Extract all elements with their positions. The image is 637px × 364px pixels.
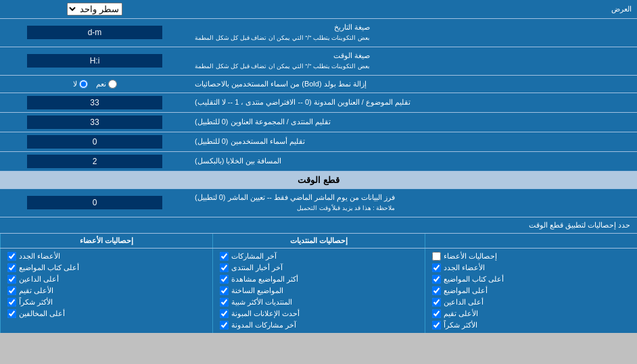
checkbox-item: آخر أخبار المنتدى (220, 263, 418, 272)
bold-yes-label[interactable]: نعم (96, 80, 117, 88)
checkbox-item: أعلى الداعين (432, 298, 630, 307)
forum-group-trim-input-cell (0, 113, 189, 132)
checkbox-item: الأكثر شكراً (432, 321, 630, 330)
checkbox-top-topic-writers[interactable] (432, 275, 441, 284)
bold-removal-label: إزالة نمط بولد (Bold) من اسماء المستخدمي… (189, 76, 637, 93)
checkbox-item: أعلى المخالفين (7, 309, 206, 318)
checkbox-item: آخر مشاركات المدونة (220, 321, 418, 330)
checkbox-top-topics[interactable] (432, 286, 441, 295)
username-trim-input[interactable] (27, 135, 162, 149)
checkbox-item: إحصاليات الأعضاء (432, 252, 630, 261)
checkbox-last-blog-posts[interactable] (220, 321, 229, 330)
checkbox-item: أعلى المواضيع (432, 286, 630, 295)
cell-spacing-input[interactable] (27, 155, 162, 168)
topic-title-trim-input-cell (0, 93, 189, 112)
checkbox-item: أعلى كتاب المواضيع (432, 275, 630, 284)
checkbox-top-callers[interactable] (432, 298, 441, 307)
date-format-row: صيغة التاريخبعض التكوينات يتطلب "/" التي… (0, 19, 637, 47)
checkbox-item: المنتديات الأكثر شبية (220, 298, 418, 307)
cut-time-row: فرز البيانات من يوم الماشر الماضي فقط --… (0, 189, 637, 217)
topic-title-trim-input[interactable] (27, 96, 162, 109)
limit-stats-row: حدد إحصاليات لتطبيق قطع الوقت (0, 217, 637, 234)
col2-header: إحصاليات المنتديات (212, 234, 425, 248)
topic-title-trim-label: تقليم الموضوع / العناوين المدونة (0 -- ا… (189, 93, 637, 112)
cut-time-section-header: قطع الوقت (0, 172, 637, 189)
bold-removal-row: إزالة نمط بولد (Bold) من اسماء المستخدمي… (0, 76, 637, 93)
cell-spacing-label: المسافة بين الخلايا (بالبكسل) (189, 152, 637, 171)
checkboxes-col2: آخر المشاركات آخر أخبار المنتدى أكثر الم… (212, 249, 425, 333)
checkbox-most-thanked-2[interactable] (7, 298, 16, 307)
time-format-input-cell (0, 47, 189, 75)
forum-group-trim-label: تقليم المنتدى / المجموعة العناوين (0 للت… (189, 113, 637, 132)
username-trim-row: تقليم أسماء المستخدمين (0 للتطبيل) (0, 132, 637, 152)
checkbox-item: الأعضاء الجدد (7, 252, 206, 261)
time-format-input[interactable] (27, 54, 162, 68)
date-format-input-cell (0, 19, 189, 47)
bold-no-label[interactable]: لا (73, 80, 88, 88)
time-format-row: صيغة الوقتبعض التكوينات يتطلب "/" التي ي… (0, 47, 637, 76)
username-trim-label: تقليم أسماء المستخدمين (0 للتطبيل) (189, 132, 637, 151)
checkbox-top-writers-2[interactable] (7, 263, 16, 272)
checkbox-top-violators[interactable] (7, 309, 16, 318)
checkbox-top-callers-2[interactable] (7, 275, 16, 284)
bold-yes-radio[interactable] (108, 80, 117, 88)
display-select-cell: سطر واحد سطرين ثلاثة أسطر (0, 0, 189, 18)
forum-group-trim-row: تقليم المنتدى / المجموعة العناوين (0 للت… (0, 113, 637, 132)
checkbox-most-viewed[interactable] (220, 275, 229, 284)
col3-header (425, 234, 637, 248)
cell-spacing-input-cell (0, 152, 189, 171)
cut-time-input[interactable] (27, 196, 162, 209)
checkbox-top-rated-2[interactable] (7, 286, 16, 295)
display-select[interactable]: سطر واحد سطرين ثلاثة أسطر (67, 3, 122, 16)
checkbox-top-rated[interactable] (432, 309, 441, 318)
checkboxes-header-row: إحصاليات المنتديات إحصاليات الأعضاء (0, 234, 637, 249)
checkbox-new-members[interactable] (432, 263, 441, 272)
cell-spacing-row: المسافة بين الخلايا (بالبكسل) (0, 152, 637, 172)
date-format-input[interactable] (27, 26, 162, 39)
checkbox-item: أعلى كتاب المواضيع (7, 263, 206, 272)
checkbox-most-similar-forums[interactable] (220, 298, 229, 307)
date-format-label: صيغة التاريخبعض التكوينات يتطلب "/" التي… (189, 19, 637, 47)
checkbox-hot-topics[interactable] (220, 286, 229, 295)
bold-removal-radio-cell: نعم لا (0, 76, 189, 93)
cut-time-input-cell (0, 189, 189, 217)
display-row: العرض سطر واحد سطرين ثلاثة أسطر (0, 0, 637, 19)
checkbox-last-posts[interactable] (220, 252, 229, 261)
bold-no-radio[interactable] (79, 80, 88, 88)
checkbox-item: الأعضاء الجدد (432, 263, 630, 272)
checkbox-last-news[interactable] (220, 263, 229, 272)
checkboxes-col1: الأعضاء الجدد أعلى كتاب المواضيع أعلى ال… (0, 249, 212, 333)
checkbox-stats-members[interactable] (432, 252, 441, 261)
checkbox-item: المواضيع الساخنة (220, 286, 418, 295)
topic-title-trim-row: تقليم الموضوع / العناوين المدونة (0 -- ا… (0, 93, 637, 113)
checkboxes-col3: إحصاليات الأعضاء الأعضاء الجدد أعلى كتاب… (425, 249, 637, 333)
limit-stats-label: حدد إحصاليات لتطبيق قطع الوقت (529, 221, 630, 229)
checkbox-latest-pinned[interactable] (220, 309, 229, 318)
cut-time-label: فرز البيانات من يوم الماشر الماضي فقط --… (189, 189, 637, 217)
col1-header: إحصاليات الأعضاء (0, 234, 212, 248)
forum-group-trim-input[interactable] (27, 115, 162, 129)
checkbox-item: أعلى الداعين (7, 275, 206, 284)
checkbox-item: أكثر المواضيع مشاهدة (220, 275, 418, 284)
checkbox-item: أحدث الإعلانات المبونة (220, 309, 418, 318)
checkbox-item: آخر المشاركات (220, 252, 418, 261)
checkbox-most-thanked[interactable] (432, 321, 441, 330)
checkbox-item: الأعلى تقيم (432, 309, 630, 318)
username-trim-input-cell (0, 132, 189, 151)
checkbox-item: الأعلى تقيم (7, 286, 206, 295)
time-format-label: صيغة الوقتبعض التكوينات يتطلب "/" التي ي… (189, 47, 637, 75)
checkboxes-content-row: إحصاليات الأعضاء الأعضاء الجدد أعلى كتاب… (0, 249, 637, 333)
display-label: العرض (189, 1, 637, 17)
checkbox-item: الأكثر شكراً (7, 298, 206, 307)
checkbox-new-members-2[interactable] (7, 252, 16, 261)
